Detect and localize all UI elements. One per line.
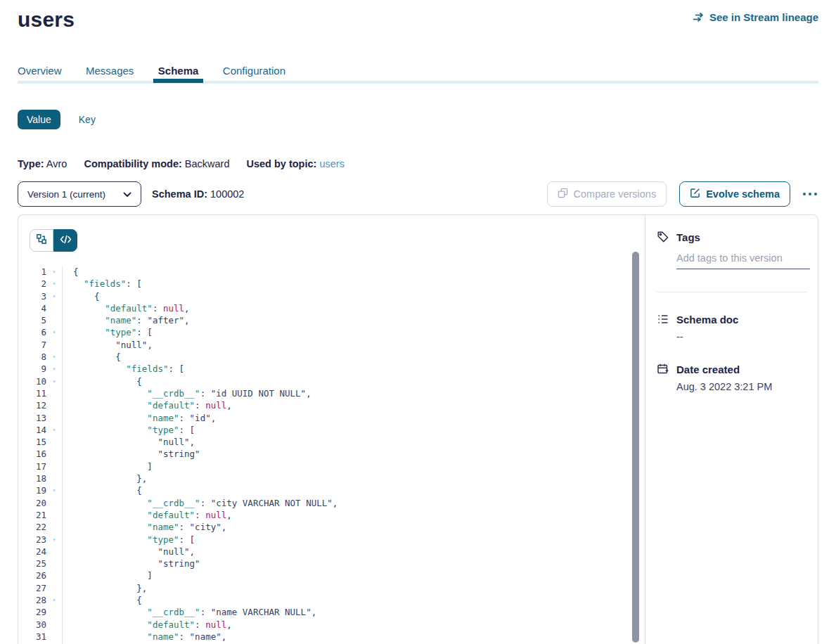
code-line: 22 "name": "city",	[18, 521, 645, 533]
code-line: 29 "__crdb__": "name VARCHAR NULL",	[18, 606, 645, 618]
compare-versions-button[interactable]: Compare versions	[547, 181, 667, 207]
fold-gutter	[46, 631, 62, 643]
code-text: "string"	[62, 558, 200, 569]
fold-gutter	[46, 302, 62, 314]
fold-toggle-icon[interactable]: ▾	[46, 484, 62, 496]
fold-gutter	[46, 314, 62, 326]
editor-scrollbar[interactable]	[632, 252, 639, 643]
code-text: "default": null,	[62, 399, 232, 411]
line-number: 20	[18, 497, 46, 509]
version-select-value: Version 1 (current)	[27, 189, 105, 200]
evolve-schema-label: Evolve schema	[706, 188, 780, 200]
code-line: 7 "null",	[18, 339, 645, 351]
line-number: 27	[18, 582, 46, 594]
editor-view-toggle	[30, 229, 77, 252]
fold-gutter	[46, 546, 62, 558]
tab-messages[interactable]: Messages	[86, 65, 134, 77]
code-text: "__crdb__": "name VARCHAR NULL",	[62, 606, 316, 618]
fold-toggle-icon[interactable]: ▾	[46, 278, 62, 290]
evolve-schema-button[interactable]: Evolve schema	[679, 181, 790, 207]
code-text: "name": "id",	[62, 412, 216, 424]
date-created-heading: Date created	[676, 363, 740, 375]
compat-value: Backward	[185, 158, 230, 169]
tags-section: Tags	[657, 231, 808, 292]
tag-icon	[657, 231, 669, 243]
fold-toggle-icon[interactable]: ▾	[46, 594, 62, 606]
fold-gutter	[46, 619, 62, 631]
code-line: 20 "__crdb__": "city VARCHAR NOT NULL",	[18, 497, 645, 509]
code-view-button[interactable]	[53, 229, 77, 252]
code-text: "type": [	[62, 534, 195, 546]
code-line: 21 "default": null,	[18, 509, 645, 521]
page-header: users See in Stream lineage	[18, 0, 818, 34]
line-number: 16	[18, 448, 46, 460]
code-line: 19▾ {	[18, 484, 645, 496]
tab-configuration[interactable]: Configuration	[223, 65, 285, 77]
value-toggle-button[interactable]: Value	[18, 110, 60, 129]
value-key-toggle: Value Key	[18, 110, 818, 129]
code-text: "name": "city",	[62, 521, 226, 533]
fold-toggle-icon[interactable]: ▾	[46, 534, 62, 546]
schema-type: Type: Avro	[18, 158, 67, 169]
fold-gutter	[46, 521, 62, 533]
line-number: 8	[18, 351, 46, 363]
fold-gutter	[46, 472, 62, 484]
tree-view-button[interactable]	[30, 229, 53, 252]
code-text: {	[62, 266, 79, 278]
fold-toggle-icon[interactable]: ▾	[46, 326, 62, 338]
fold-toggle-icon[interactable]: ▾	[46, 266, 62, 278]
code-line: 31 "name": "name",	[18, 631, 645, 643]
see-in-stream-lineage-link[interactable]: See in Stream lineage	[693, 11, 818, 23]
type-label: Type:	[18, 158, 44, 169]
version-select[interactable]: Version 1 (current)	[18, 181, 141, 207]
fold-gutter	[46, 606, 62, 618]
add-tags-input[interactable]	[676, 252, 810, 269]
code-text: },	[62, 472, 147, 484]
code-line: 25 "string"	[18, 558, 645, 569]
compat-label: Compatibility mode:	[84, 158, 181, 169]
fold-toggle-icon[interactable]: ▾	[46, 363, 62, 375]
code-text: "type": [	[62, 326, 153, 338]
code-text: "default": null,	[62, 509, 232, 521]
date-created-section: Date created Aug. 3 2022 3:21 PM	[657, 363, 808, 392]
code-line: 30 "default": null,	[18, 619, 645, 631]
fold-toggle-icon[interactable]: ▾	[46, 290, 62, 302]
key-toggle-button[interactable]: Key	[79, 114, 96, 125]
topic-link[interactable]: users	[319, 158, 344, 169]
fold-gutter	[46, 509, 62, 521]
tab-underline	[18, 81, 818, 84]
line-number: 23	[18, 534, 46, 546]
code-text: "__crdb__": "city VARCHAR NOT NULL",	[62, 497, 337, 509]
fold-toggle-icon[interactable]: ▾	[46, 375, 62, 387]
tab-overview[interactable]: Overview	[18, 65, 62, 77]
version-action-bar: Version 1 (current) Schema ID: 100002 Co…	[18, 181, 818, 207]
chevron-down-icon	[123, 189, 131, 200]
code-line: 12 "default": null,	[18, 399, 645, 411]
fold-gutter	[46, 339, 62, 351]
fold-toggle-icon[interactable]: ▾	[46, 424, 62, 436]
tab-schema[interactable]: Schema	[158, 65, 199, 77]
code-text: "name": "name",	[62, 631, 226, 643]
code-line: 8▾ {	[18, 351, 645, 363]
code-text: {	[62, 290, 100, 302]
line-number: 9	[18, 363, 46, 375]
code-line: 27 },	[18, 582, 645, 594]
code-line: 14▾ "type": [	[18, 424, 645, 436]
line-number: 25	[18, 558, 46, 569]
overflow-menu-button[interactable]	[802, 188, 818, 200]
tags-heading: Tags	[676, 231, 700, 243]
code-line: 11 "__crdb__": "id UUID NOT NULL",	[18, 387, 645, 399]
code-line: 4 "default": null,	[18, 302, 645, 314]
code-line: 2▾ "fields": [	[18, 278, 645, 290]
fold-toggle-icon[interactable]: ▾	[46, 351, 62, 363]
code-text: "type": [	[62, 424, 195, 436]
schema-doc-value: --	[676, 331, 808, 342]
stream-lineage-icon	[693, 12, 705, 22]
line-number: 21	[18, 509, 46, 521]
line-number: 2	[18, 278, 46, 290]
code-text: "string"	[62, 448, 200, 460]
line-number: 6	[18, 326, 46, 338]
fold-gutter	[46, 399, 62, 411]
line-number: 26	[18, 569, 46, 581]
line-number: 31	[18, 631, 46, 643]
